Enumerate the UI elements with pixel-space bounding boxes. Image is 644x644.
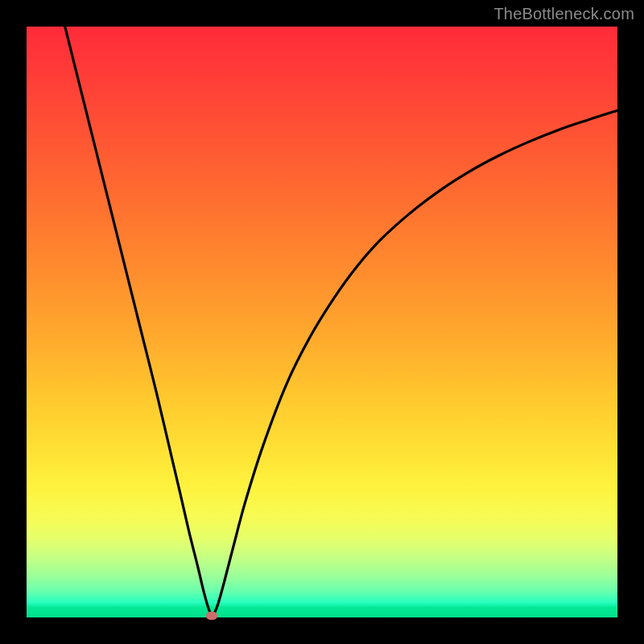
minimum-marker [206, 612, 217, 620]
watermark-text: TheBottleneck.com [493, 5, 634, 23]
bottleneck-curve [27, 27, 617, 617]
plot-area [27, 27, 617, 617]
